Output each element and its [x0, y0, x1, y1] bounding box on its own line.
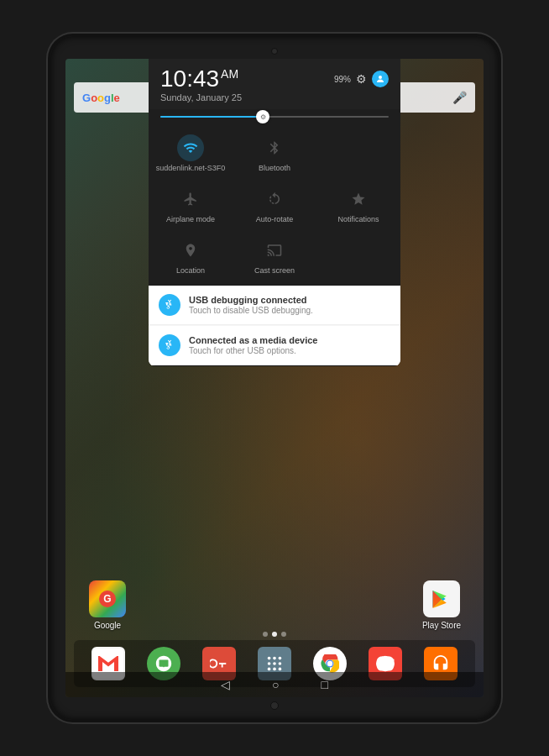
- wifi-icon: [177, 134, 204, 161]
- settings-icon[interactable]: ⚙: [356, 72, 367, 86]
- playstore-icon-bg: [423, 580, 460, 617]
- notif-media-device-subtitle: Touch for other USB options.: [189, 346, 317, 355]
- nav-back[interactable]: ◁: [221, 678, 230, 691]
- battery-label: 99%: [334, 75, 351, 84]
- playstore-app-label: Play Store: [422, 621, 461, 630]
- svg-point-7: [268, 662, 271, 665]
- google-logo: Google: [82, 92, 120, 104]
- usb-debug-icon: [159, 294, 180, 316]
- notif-media-device-title: Connected as a media device: [189, 335, 317, 345]
- dot-3: [281, 632, 286, 637]
- page-dots: [263, 632, 286, 637]
- panel-time-display: 10:43AM: [160, 67, 242, 91]
- svg-point-14: [327, 661, 332, 666]
- rotate-icon: [261, 186, 288, 213]
- notif-usb-debug[interactable]: USB debugging connected Touch to disable…: [149, 286, 400, 325]
- cast-icon: [261, 237, 288, 264]
- google-app-label: Google: [94, 621, 121, 630]
- svg-point-10: [268, 668, 271, 671]
- notif-usb-debug-subtitle: Touch to disable USB debugging.: [189, 306, 313, 315]
- qs-airplane[interactable]: Airplane mode: [149, 179, 233, 230]
- mic-icon[interactable]: 🎤: [452, 91, 467, 104]
- svg-point-8: [273, 662, 276, 665]
- wifi-label: suddenlink.net-S3F0: [156, 164, 226, 172]
- time-value: 10:43: [160, 66, 219, 92]
- qs-wifi[interactable]: suddenlink.net-S3F0: [149, 128, 233, 179]
- cast-label: Cast screen: [254, 266, 295, 275]
- location-icon: [177, 237, 204, 264]
- panel-time-block: 10:43AM Sunday, January 25: [160, 67, 242, 102]
- svg-point-0: [379, 76, 382, 79]
- dot-1: [263, 632, 268, 637]
- tablet-screen: Google 🎤 10:43AM Sunday, January 25 99% …: [65, 59, 484, 697]
- svg-point-11: [273, 668, 276, 671]
- notif-media-device[interactable]: Connected as a media device Touch for ot…: [149, 326, 400, 365]
- notif-usb-debug-text: USB debugging connected Touch to disable…: [189, 295, 313, 315]
- desktop-icons: G Google: [65, 580, 484, 630]
- svg-point-5: [273, 657, 276, 660]
- airplane-icon: [177, 186, 204, 213]
- tablet-camera: [271, 48, 278, 55]
- user-avatar[interactable]: [372, 71, 389, 87]
- location-label: Location: [176, 266, 205, 275]
- qs-cast[interactable]: Cast screen: [233, 230, 316, 281]
- bluetooth-icon: [261, 134, 288, 161]
- tablet-device: Google 🎤 10:43AM Sunday, January 25 99% …: [48, 34, 501, 722]
- notif-media-device-text: Connected as a media device Touch for ot…: [189, 335, 317, 355]
- airplane-label: Airplane mode: [166, 215, 215, 223]
- star-icon: [345, 186, 372, 213]
- svg-point-4: [268, 657, 271, 660]
- google-icon-bg: G: [89, 580, 126, 617]
- qs-location[interactable]: Location: [149, 230, 233, 281]
- svg-point-9: [279, 662, 282, 665]
- qs-notifications[interactable]: Notifications: [316, 179, 400, 230]
- notification-panel: 10:43AM Sunday, January 25 99% ⚙ ⚙: [149, 59, 400, 366]
- notification-list: USB debugging connected Touch to disable…: [149, 286, 400, 365]
- svg-point-6: [279, 657, 282, 660]
- panel-status-icons: 99% ⚙: [334, 71, 389, 87]
- qs-bluetooth[interactable]: Bluetooth: [233, 128, 316, 179]
- svg-text:G: G: [103, 593, 111, 605]
- am-pm: AM: [221, 67, 238, 81]
- nav-home[interactable]: ○: [272, 678, 279, 691]
- autorotate-label: Auto-rotate: [256, 215, 294, 223]
- panel-header: 10:43AM Sunday, January 25 99% ⚙: [149, 59, 400, 109]
- google-app-icon[interactable]: G Google: [82, 580, 133, 630]
- svg-point-12: [279, 668, 282, 671]
- nav-recents[interactable]: □: [322, 678, 328, 691]
- panel-date: Sunday, January 25: [160, 92, 242, 102]
- qs-autorotate[interactable]: Auto-rotate: [233, 179, 316, 230]
- brightness-thumb[interactable]: ⚙: [256, 110, 269, 123]
- notifications-label: Notifications: [337, 215, 379, 223]
- dot-2: [272, 632, 277, 637]
- tablet-home-button: [270, 701, 279, 710]
- nav-bar: ◁ ○ □: [65, 672, 484, 697]
- quick-settings-grid: suddenlink.net-S3F0 Bluetooth Airplane m…: [149, 124, 400, 285]
- playstore-app-icon[interactable]: Play Store: [416, 580, 467, 630]
- notif-usb-debug-title: USB debugging connected: [189, 295, 313, 305]
- brightness-slider[interactable]: ⚙: [160, 116, 389, 118]
- brightness-fill: [160, 116, 263, 118]
- brightness-row: ⚙: [149, 109, 400, 124]
- bluetooth-label: Bluetooth: [259, 164, 290, 172]
- media-device-icon: [159, 334, 180, 356]
